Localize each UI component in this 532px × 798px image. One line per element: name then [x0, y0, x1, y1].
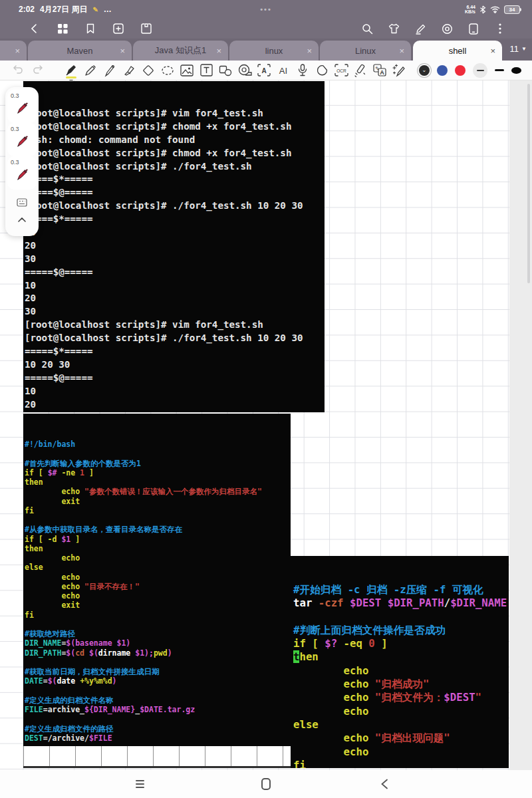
shapes-tool[interactable] — [218, 62, 233, 79]
pen-preset-1[interactable]: 0.3 — [7, 90, 37, 123]
code-line: echo — [25, 553, 291, 563]
code-line: FILE=archive_${DIR_NAME}_$DATE.tar.gz — [25, 705, 291, 714]
red-pen-icon — [15, 167, 30, 182]
lasso-tool[interactable] — [160, 62, 175, 79]
tab-strip: × Maven × Java 知识点1 × linux × Linux × sh… — [0, 39, 532, 61]
search-icon[interactable] — [354, 23, 380, 35]
code-line: 10 — [25, 280, 325, 293]
note-canvas[interactable]: [root@localhost scripts]# vim for4_test.… — [0, 80, 532, 770]
ai-tool[interactable]: AI — [276, 62, 291, 79]
color-swatch-red[interactable] — [455, 65, 466, 76]
laser-pointer-tool[interactable] — [315, 62, 329, 79]
code-line: 20 — [25, 293, 325, 306]
script-screenshot-small[interactable]: #!/bin/bash #首先判断输入参数的个数是否为1if [ $# -ne … — [23, 414, 291, 746]
recents-button[interactable] — [123, 770, 156, 798]
scrollbar[interactable] — [527, 84, 530, 283]
code-line: 30 — [25, 253, 325, 267]
code-line: exit — [25, 497, 291, 506]
tab-close-icon[interactable]: × — [307, 46, 312, 56]
translate-tool[interactable]: ✎A — [372, 62, 387, 79]
ocr-tool[interactable]: OCR — [334, 62, 348, 79]
tab-linux-upper[interactable]: Linux × — [320, 41, 411, 61]
back-nav-button[interactable] — [368, 770, 401, 798]
device-mirror-icon[interactable] — [460, 23, 487, 35]
code-line: #从参数中获取目录名，查看目录名称是否存在 — [25, 525, 291, 534]
code-line: echo "归档出现问题" — [293, 732, 509, 745]
code-line — [25, 658, 291, 667]
code-line — [25, 714, 291, 724]
undo-button[interactable] — [12, 64, 24, 77]
code-line — [25, 686, 291, 696]
code-line: then — [25, 544, 291, 553]
add-page-button[interactable] — [105, 23, 132, 34]
system-nav-bar — [0, 770, 532, 798]
tab-close-icon[interactable]: × — [399, 46, 404, 56]
color-swatch-blue[interactable] — [437, 65, 448, 76]
theme-shirt-icon[interactable] — [380, 23, 407, 34]
bookmark-button[interactable] — [77, 23, 104, 34]
pen-preset-3[interactable]: 0.3 — [7, 156, 37, 190]
tab-shell-active[interactable]: shell × — [413, 41, 502, 61]
back-button[interactable] — [21, 23, 48, 34]
tab-close-icon[interactable]: × — [216, 46, 221, 56]
tab-close-icon[interactable]: × — [120, 46, 125, 56]
tab-maven[interactable]: Maven × — [28, 41, 132, 61]
tab-partial[interactable]: × — [0, 41, 27, 61]
code-line: echo — [293, 664, 509, 678]
more-menu-icon[interactable] — [487, 23, 513, 34]
pencil-tool[interactable] — [83, 62, 98, 79]
insert-image-tool[interactable] — [180, 62, 194, 79]
code-line: echo "归档成功" — [293, 678, 509, 691]
tab-close-icon[interactable]: × — [15, 46, 20, 56]
code-line: =====$@===== — [25, 187, 325, 200]
apps-grid-icon[interactable] — [49, 24, 76, 34]
terminal-output: [root@localhost scripts]# vim for4_test.… — [23, 105, 325, 412]
code-line: =====$@===== — [25, 372, 325, 386]
svg-text:A: A — [261, 67, 266, 74]
tape-tool[interactable] — [237, 62, 252, 79]
pen-preset-2[interactable]: 0.3 — [7, 123, 37, 156]
eraser-tool[interactable] — [141, 62, 156, 79]
ballpoint-pen-tool[interactable] — [102, 62, 117, 79]
tab-close-icon[interactable]: × — [490, 46, 495, 56]
stroke-width-thick[interactable] — [511, 67, 521, 74]
code-line: =====$*===== — [25, 346, 325, 359]
terminal-screenshot[interactable]: [root@localhost scripts]# vim for4_test.… — [23, 81, 325, 412]
code-line: DIR_PATH=$(cd $(dirname $1);pwd) — [25, 648, 291, 658]
color-swatch-black-selected[interactable]: ⌄ — [419, 65, 430, 76]
code-line: fi — [293, 759, 509, 768]
fountain-pen-tool[interactable] — [64, 62, 78, 79]
stroke-width-medium[interactable] — [495, 69, 504, 72]
highlighter-tool[interactable] — [122, 62, 136, 79]
redo-button[interactable] — [32, 64, 44, 77]
code-line: then — [25, 477, 291, 487]
battery-icon: 34 — [504, 5, 520, 14]
red-pen-icon — [15, 100, 30, 115]
smart-pen-tool[interactable] — [353, 62, 368, 79]
annotate-pen-icon[interactable] — [407, 23, 434, 35]
code-line: then — [293, 650, 509, 664]
screen-record-icon[interactable] — [434, 23, 460, 35]
home-button[interactable] — [249, 770, 283, 798]
code-line — [25, 449, 291, 458]
panel-settings-icon[interactable] — [17, 198, 27, 209]
text-tool[interactable] — [199, 62, 213, 79]
code-line: 30 — [25, 412, 325, 412]
text-recognition-tool[interactable]: A — [257, 62, 271, 79]
code-line: echo — [293, 745, 509, 759]
tab-linux-lower[interactable]: linux × — [229, 41, 319, 61]
collapse-panel-button[interactable] — [18, 215, 26, 224]
magic-pen-tool[interactable] — [392, 62, 406, 79]
pen-toolbar: A AI OCR ✎A ⌄ — [0, 61, 532, 80]
tab-counter[interactable]: 11▼ — [510, 44, 527, 54]
code-line: [root@localhost scripts]# chomd +x for4_… — [25, 121, 325, 134]
script-screenshot-large[interactable]: #开始归档 -c 归档 -z压缩 -f 可视化tar -czf $DEST $D… — [291, 556, 509, 768]
microphone-tool[interactable] — [295, 62, 310, 79]
code-line: #获取绝对路径 — [25, 629, 291, 638]
screenshot-crop-button[interactable] — [133, 23, 160, 34]
code-line: fi — [25, 610, 291, 620]
tab-java[interactable]: Java 知识点1 × — [133, 41, 228, 61]
code-line: 10 20 30 — [25, 359, 325, 372]
window-drag-handle[interactable]: ••• — [0, 5, 532, 13]
stroke-width-thin-selected[interactable] — [473, 63, 487, 78]
